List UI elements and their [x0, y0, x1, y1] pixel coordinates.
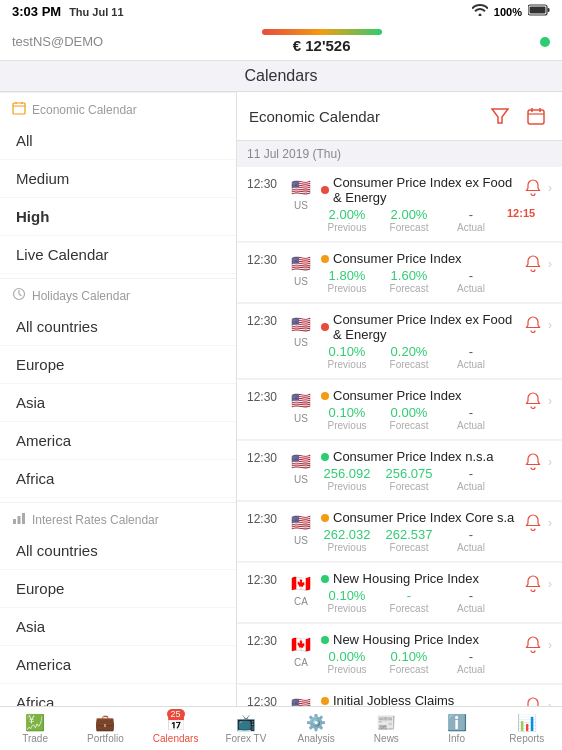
flag-emoji: 🇨🇦	[289, 632, 313, 656]
bell-button[interactable]	[522, 390, 544, 412]
event-card: 12:30 🇺🇸 US Consumer Price Index 1.80% P…	[237, 243, 562, 303]
tab-trade-label: Trade	[22, 733, 48, 744]
event-actual: - Actual	[445, 466, 497, 492]
event-previous: 256.092 Previous	[321, 466, 373, 492]
event-name: New Housing Price Index	[333, 571, 522, 586]
sidebar-item-holiday-europe[interactable]: Europe	[0, 346, 236, 384]
tab-news[interactable]: 📰 News	[351, 707, 421, 750]
filter-button[interactable]	[486, 102, 514, 130]
event-time: 12:30	[247, 390, 285, 404]
sidebar-section-economic: Economic Calendar	[0, 92, 236, 122]
balance-container: € 12'526	[262, 29, 382, 54]
alarm-time: 12:15	[507, 207, 535, 233]
bell-button[interactable]	[522, 177, 544, 199]
event-name: Consumer Price Index	[333, 388, 522, 403]
sidebar-item-high[interactable]: High	[0, 198, 236, 236]
account-label: testNS@DEMO	[12, 34, 103, 49]
event-importance-dot	[321, 453, 329, 461]
svg-marker-17	[492, 109, 508, 123]
event-forecast: 0.10% Forecast	[383, 649, 435, 675]
tab-analysis-label: Analysis	[298, 733, 335, 744]
event-arrow[interactable]: ›	[548, 516, 552, 530]
sidebar-section-interest: Interest Rates Calendar	[0, 502, 236, 532]
event-previous: 262.032 Previous	[321, 527, 373, 553]
event-arrow[interactable]: ›	[548, 638, 552, 652]
event-flag: 🇺🇸 US	[285, 312, 317, 348]
sidebar-item-holiday-all-countries[interactable]: All countries	[0, 308, 236, 346]
event-importance-dot	[321, 636, 329, 644]
content-title: Economic Calendar	[249, 108, 380, 125]
status-right: 100%	[472, 4, 550, 19]
sidebar-item-live-calendar[interactable]: Live Calendar	[0, 236, 236, 274]
flag-label: US	[294, 276, 308, 287]
sidebar-item-interest-asia[interactable]: Asia	[0, 608, 236, 646]
event-time: 12:30	[247, 451, 285, 465]
sidebar-section-holidays: Holidays Calendar	[0, 278, 236, 308]
event-previous: 0.10% Previous	[321, 588, 373, 614]
calendar-button[interactable]	[522, 102, 550, 130]
svg-rect-2	[548, 8, 550, 12]
interest-rates-calendar-label: Interest Rates Calendar	[32, 513, 159, 527]
svg-rect-10	[13, 519, 16, 524]
event-name: Consumer Price Index ex Food & Energy	[333, 175, 522, 205]
tab-forex-tv-label: Forex TV	[225, 733, 266, 744]
bell-button[interactable]	[522, 512, 544, 534]
tab-calendars[interactable]: 📅 25 Calendars	[141, 707, 211, 750]
sidebar-item-medium[interactable]: Medium	[0, 160, 236, 198]
flag-label: US	[294, 535, 308, 546]
sidebar-item-interest-europe[interactable]: Europe	[0, 570, 236, 608]
sidebar-item-holiday-asia[interactable]: Asia	[0, 384, 236, 422]
interest-rates-calendar-icon	[12, 511, 26, 528]
event-body: New Housing Price Index 0.10% Previous -…	[321, 571, 522, 614]
economic-calendar-label: Economic Calendar	[32, 103, 137, 117]
tab-reports-label: Reports	[509, 733, 544, 744]
sidebar-item-interest-all-countries[interactable]: All countries	[0, 532, 236, 570]
event-body: New Housing Price Index 0.00% Previous 0…	[321, 632, 522, 675]
bell-button[interactable]	[522, 314, 544, 336]
event-arrow[interactable]: ›	[548, 577, 552, 591]
app-header: testNS@DEMO € 12'526	[0, 23, 562, 61]
bell-button[interactable]	[522, 253, 544, 275]
bell-button[interactable]	[522, 451, 544, 473]
event-arrow[interactable]: ›	[548, 318, 552, 332]
event-actions: ›	[522, 253, 552, 275]
page-title: Calendars	[0, 61, 562, 92]
event-forecast: 256.075 Forecast	[383, 466, 435, 492]
tab-reports[interactable]: 📊 Reports	[492, 707, 562, 750]
flag-emoji: 🇺🇸	[289, 251, 313, 275]
event-time: 12:30	[247, 512, 285, 526]
tab-calendars-label: Calendars	[153, 733, 199, 744]
event-arrow[interactable]: ›	[548, 181, 552, 195]
tab-info[interactable]: ℹ️ Info	[422, 707, 492, 750]
event-card: 12:30 🇺🇸 US Consumer Price Index 0.10% P…	[237, 380, 562, 440]
trade-icon: 💹	[25, 713, 45, 732]
flag-emoji: 🇺🇸	[289, 449, 313, 473]
tab-news-label: News	[374, 733, 399, 744]
event-arrow[interactable]: ›	[548, 455, 552, 469]
sidebar-item-holiday-africa[interactable]: Africa	[0, 460, 236, 498]
bell-button[interactable]	[522, 573, 544, 595]
bell-button[interactable]	[522, 634, 544, 656]
event-arrow[interactable]: ›	[548, 257, 552, 271]
event-time: 12:30	[247, 177, 285, 191]
tab-forex-tv[interactable]: 📺 Forex TV	[211, 707, 281, 750]
event-name: Consumer Price Index ex Food & Energy	[333, 312, 522, 342]
sidebar-item-all[interactable]: All	[0, 122, 236, 160]
tab-analysis[interactable]: ⚙️ Analysis	[281, 707, 351, 750]
content-header-icons	[486, 102, 550, 130]
tab-trade[interactable]: 💹 Trade	[0, 707, 70, 750]
event-body: Consumer Price Index ex Food & Energy 2.…	[321, 175, 522, 233]
sidebar-item-holiday-america[interactable]: America	[0, 422, 236, 460]
main-layout: Economic Calendar All Medium High Live C…	[0, 92, 562, 710]
balance-color-bar	[262, 29, 382, 35]
event-actual: - Actual	[445, 344, 497, 370]
sidebar-item-interest-america[interactable]: America	[0, 646, 236, 684]
event-card: 12:30 🇺🇸 US Consumer Price Index Core s.…	[237, 502, 562, 562]
event-arrow[interactable]: ›	[548, 394, 552, 408]
calendars-badge: 25	[167, 709, 185, 719]
event-name: New Housing Price Index	[333, 632, 522, 647]
tab-portfolio[interactable]: 💼 Portfolio	[70, 707, 140, 750]
event-forecast: 0.00% Forecast	[383, 405, 435, 431]
tab-portfolio-label: Portfolio	[87, 733, 124, 744]
event-importance-dot	[321, 514, 329, 522]
